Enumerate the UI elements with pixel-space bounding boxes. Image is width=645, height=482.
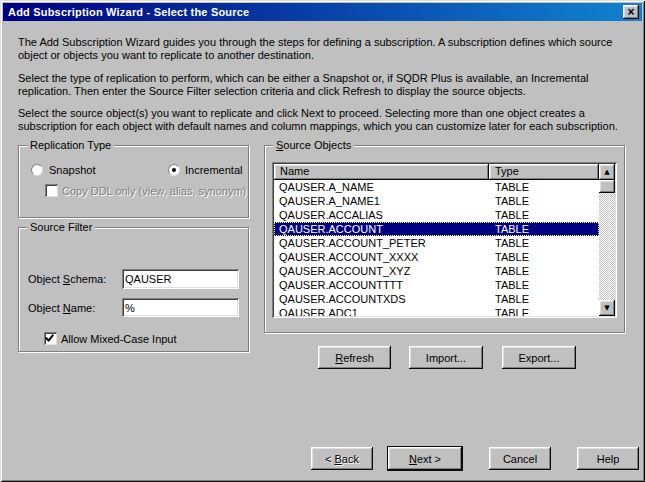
mixed-case-checkbox-label[interactable]: Allow Mixed-Case Input (61, 333, 177, 346)
object-schema-input[interactable] (122, 269, 239, 289)
list-header: Name Type (274, 164, 599, 180)
copy-ddl-checkbox-label[interactable]: Copy DDL only (view, alias, synonym) (62, 185, 246, 198)
source-filter-group: Source Filter Object Schema: Object Name… (18, 227, 249, 352)
add-subscription-wizard-dialog: Add Subscription Wizard - Select the Sou… (0, 0, 645, 482)
help-button[interactable]: Help (577, 447, 639, 470)
snapshot-radio-label[interactable]: Snapshot (49, 164, 95, 177)
table-row[interactable]: QAUSER.ACCOUNT_XYZTABLE (274, 264, 599, 278)
mixed-case-checkbox[interactable] (44, 332, 57, 345)
object-name-label: Object Name: (28, 302, 95, 315)
incremental-radio-label[interactable]: Incremental (185, 164, 242, 177)
snapshot-radio[interactable] (31, 164, 43, 176)
replication-type-group: Replication Type Snapshot Incremental Co… (18, 145, 249, 218)
window-title: Add Subscription Wizard - Select the Sou… (8, 6, 249, 18)
table-row[interactable]: QAUSER.A_NAMETABLE (274, 180, 599, 194)
column-header-name[interactable]: Name (274, 164, 489, 180)
table-row[interactable]: QAUSER.ACCOUNT_PETERTABLE (274, 236, 599, 250)
table-row[interactable]: QAUSER.ACCOUNTTTTTABLE (274, 278, 599, 292)
table-row-selected[interactable]: QAUSER.ACCOUNTTABLE (274, 222, 599, 236)
incremental-radio[interactable] (168, 164, 180, 176)
cancel-button[interactable]: Cancel (489, 447, 551, 470)
object-schema-label: Object Schema: (28, 273, 106, 286)
titlebar[interactable]: Add Subscription Wizard - Select the Sou… (3, 3, 642, 21)
source-filter-title: Source Filter (27, 221, 95, 233)
scroll-up-button[interactable]: ▲ (599, 164, 615, 180)
intro-paragraph-2: Select the type of replication to perfor… (18, 72, 627, 98)
table-row[interactable]: QAUSER.ACCOUNT_XXXXTABLE (274, 250, 599, 264)
vertical-scrollbar[interactable]: ▲ ▼ (599, 164, 615, 316)
intro-paragraph-1: The Add Subscription Wizard guides you t… (18, 36, 627, 62)
object-name-input[interactable] (122, 298, 239, 317)
import-button[interactable]: Import... (409, 346, 483, 369)
scroll-down-button[interactable]: ▼ (599, 300, 615, 316)
source-objects-title: Source Objects (273, 139, 354, 151)
export-button[interactable]: Export... (502, 346, 576, 369)
list-body: QAUSER.A_NAMETABLE QAUSER.A_NAME1TABLE Q… (274, 180, 599, 316)
arrow-up-icon: ▲ (604, 169, 609, 176)
arrow-down-icon: ▼ (604, 305, 609, 312)
back-button[interactable]: < Back (311, 447, 373, 470)
next-button[interactable]: Next > (387, 446, 463, 471)
copy-ddl-checkbox[interactable] (45, 184, 58, 197)
table-row[interactable]: QAUSER.A_NAME1TABLE (274, 194, 599, 208)
table-row[interactable]: QAUSER.ACCOUNTXDSTABLE (274, 292, 599, 306)
close-icon: × (627, 7, 634, 17)
table-row[interactable]: QAUSER.ACCALIASTABLE (274, 208, 599, 222)
refresh-button[interactable]: Refresh (318, 346, 391, 369)
checkmark-icon (45, 332, 54, 341)
column-header-type[interactable]: Type (489, 164, 599, 180)
intro-paragraph-3: Select the source object(s) you want to … (18, 107, 627, 133)
table-row[interactable]: QAUSER.ADC1TABLE (274, 306, 599, 316)
replication-type-title: Replication Type (27, 139, 114, 151)
scrollbar-thumb[interactable] (599, 180, 615, 193)
close-button[interactable]: × (623, 5, 639, 19)
source-objects-group: Source Objects Name Type QAUSER.A_NAMETA… (264, 145, 625, 333)
source-objects-list: Name Type QAUSER.A_NAMETABLE QAUSER.A_NA… (272, 162, 617, 318)
